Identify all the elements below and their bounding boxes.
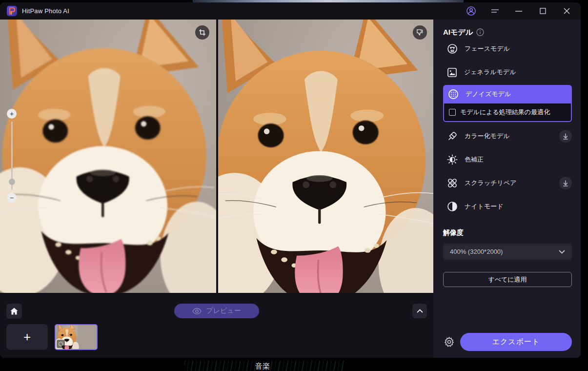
app-logo-icon [7,6,17,16]
model-item-label: カラー化モデル [465,132,510,141]
denoise-optimize-option[interactable]: モデルによる処理結果の最適化 [443,103,572,122]
night-mode-icon [447,201,458,212]
optimize-checkbox-label: モデルによる処理結果の最適化 [460,108,550,117]
account-button[interactable] [463,5,479,18]
after-image [218,20,433,293]
maximize-button[interactable] [534,5,551,18]
info-icon[interactable] [476,28,484,36]
apply-all-button[interactable]: すべてに適用 [443,272,572,287]
minimize-button[interactable] [510,5,527,18]
model-item-scratch-repair[interactable]: スクラッチリペア [443,171,572,195]
resolution-dropdown[interactable]: 400% (3200*2000) [443,244,572,260]
optimize-checkbox[interactable] [449,109,456,116]
desktop-background: 音楽 HitPaw Photo AI [0,0,588,371]
background-app-label: 音楽 [255,362,270,371]
main-content: + − [0,20,581,358]
preview-button-label: プレビュー [206,307,241,315]
home-button[interactable] [6,304,22,319]
titlebar-actions [455,5,575,18]
model-item-color-correction[interactable]: 色補正 [443,148,572,171]
workspace: + − [0,20,433,358]
model-item-label: ジェネラルモデル [464,68,516,77]
thumbnail-status-badge [57,340,65,348]
denoise-model-icon [448,89,459,100]
model-item-general[interactable]: ジェネラルモデル [443,61,572,84]
model-item-label: スクラッチリペア [465,179,516,187]
model-item-colorize[interactable]: カラー化モデル [443,124,572,148]
compare-panels: + − [0,20,433,293]
sidebar-header: AIモデル [443,27,572,37]
model-item-denoise-selected[interactable]: デノイズモデル [443,85,572,103]
titlebar: HitPaw Photo AI [0,2,581,20]
model-item-label: 色補正 [465,155,484,164]
zoom-out-button[interactable]: − [7,193,17,203]
face-model-icon [447,43,458,54]
wallpaper-bottom-strip: 音楽 [0,358,588,371]
bottom-bar: プレビュー + [0,293,433,358]
collapse-panel-button[interactable] [412,304,427,318]
sidebar-footer: エクスポート [443,333,572,351]
general-model-icon [447,67,457,78]
zoom-slider-thumb[interactable] [9,179,15,185]
thumbs-down-button[interactable] [413,25,427,40]
color-correction-icon [447,154,458,165]
app-window: HitPaw Photo AI [0,2,581,358]
download-scratch-repair-button[interactable] [559,177,572,189]
resolution-value: 400% (3200*2000) [450,248,503,255]
close-button[interactable] [558,5,575,18]
image-thumbnail[interactable] [55,324,98,350]
model-item-label: フェースモデル [465,44,510,53]
export-button[interactable]: エクスポート [460,333,572,351]
app-title: HitPaw Photo AI [22,7,69,15]
zoom-in-button[interactable]: + [7,109,17,119]
preview-button[interactable]: プレビュー [174,304,259,318]
download-colorize-button[interactable] [559,130,572,143]
sidebar: AIモデル フェースモデル [433,20,581,358]
scratch-repair-icon [447,178,458,188]
image-panel-before: + − [0,20,216,293]
denoise-model-group: デノイズモデル モデルによる処理結果の最適化 [443,85,572,122]
before-image [0,20,216,293]
model-item-night-mode[interactable]: ナイトモード [443,195,572,218]
model-item-face[interactable]: フェースモデル [443,37,572,61]
chevron-down-icon [559,250,565,254]
add-image-button[interactable]: + [6,324,48,350]
zoom-slider: + − [6,109,18,203]
menu-icon[interactable] [487,5,503,18]
colorize-model-icon [447,131,458,142]
model-item-label: ナイトモード [465,202,504,211]
model-item-label: デノイズモデル [466,90,511,99]
settings-button[interactable] [443,336,455,348]
crop-button[interactable] [195,25,209,40]
image-panel-after [218,20,433,293]
zoom-slider-track[interactable] [11,122,13,190]
section-title: AIモデル [443,28,473,37]
resolution-label: 解像度 [443,228,572,237]
